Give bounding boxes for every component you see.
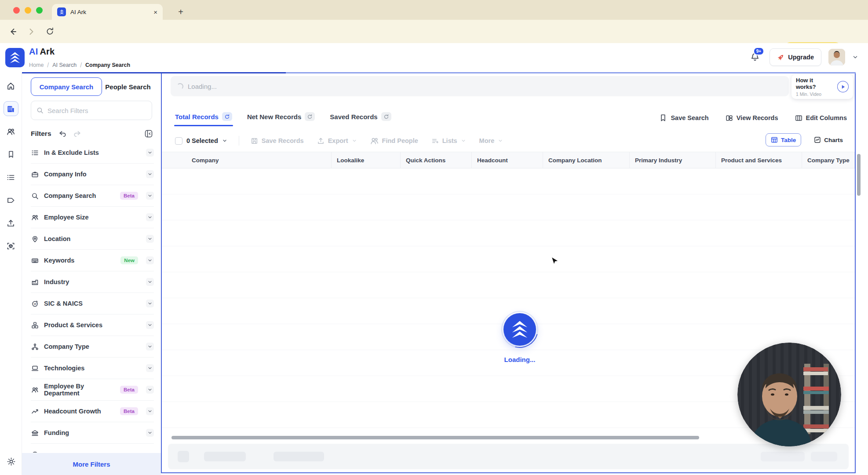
rail-item-list-lines[interactable]: [4, 170, 18, 185]
expand-chevron-icon[interactable]: [146, 321, 154, 329]
breadcrumb-ai-search[interactable]: AI Search: [52, 62, 77, 68]
more-button[interactable]: More: [479, 137, 503, 144]
filter-item-sic-naics[interactable]: 10SIC & NAICS: [31, 293, 154, 314]
filter-item-location[interactable]: Location: [31, 228, 154, 250]
tab-people-search[interactable]: People Search: [102, 83, 154, 91]
expand-chevron-icon[interactable]: [146, 192, 154, 200]
browser-tab[interactable]: AI Ark ×: [52, 4, 163, 20]
expand-chevron-icon[interactable]: [146, 256, 154, 264]
expand-chevron-icon[interactable]: [146, 235, 154, 243]
close-tab-icon[interactable]: ×: [153, 8, 157, 16]
rail-item-upload[interactable]: [4, 216, 18, 230]
filter-item-keywords[interactable]: KeywordsNew: [31, 250, 154, 271]
filter-search-input[interactable]: [47, 107, 146, 114]
selection-control[interactable]: 0 Selected: [175, 137, 227, 145]
app-logo[interactable]: [5, 48, 25, 67]
horizontal-scrollbar[interactable]: [171, 436, 699, 439]
upgrade-button[interactable]: Upgrade: [770, 48, 821, 66]
export-icon: [317, 137, 325, 145]
beta-badge: Beta: [120, 192, 138, 200]
view-records-button[interactable]: View Records: [726, 114, 778, 122]
view-charts-button[interactable]: Charts: [809, 134, 848, 146]
filter-item-employee-size[interactable]: Employee Size: [31, 207, 154, 228]
collapse-sidebar-icon[interactable]: [144, 129, 153, 138]
column-header-quick-actions[interactable]: Quick Actions: [401, 152, 472, 168]
undo-icon[interactable]: [58, 130, 67, 138]
column-header-company[interactable]: Company: [186, 152, 332, 168]
rail-item-company-building[interactable]: [4, 101, 18, 116]
view-table-button[interactable]: Table: [766, 133, 801, 146]
breadcrumb-company-search[interactable]: Company Search: [85, 62, 130, 68]
rail-item-home[interactable]: [4, 78, 18, 93]
breadcrumb-home[interactable]: Home: [29, 62, 44, 68]
tab-saved-records[interactable]: Saved Records: [330, 112, 391, 125]
page-vertical-scrollbar[interactable]: [857, 154, 861, 196]
button-label: Lists: [442, 137, 457, 144]
expand-chevron-icon[interactable]: [146, 343, 154, 351]
company-query-input[interactable]: Loading...: [171, 76, 789, 96]
more-filters-button[interactable]: More Filters: [22, 453, 161, 475]
filter-item-technologies[interactable]: Technologies: [31, 358, 154, 379]
column-header-lookalike[interactable]: Lookalike: [332, 152, 401, 168]
filter-item-company-type[interactable]: Company Type: [31, 336, 154, 358]
settings-gear-icon[interactable]: [4, 454, 18, 469]
lists-button[interactable]: Lists: [431, 137, 466, 145]
edit-columns-button[interactable]: Edit Columns: [795, 114, 847, 122]
expand-chevron-icon[interactable]: [146, 429, 154, 437]
filter-item-in-exclude-lists[interactable]: In & Exclude Lists: [31, 142, 154, 164]
close-window-button[interactable]: [13, 7, 20, 14]
select-all-checkbox[interactable]: [175, 137, 182, 145]
window-controls[interactable]: [13, 7, 43, 14]
account-menu-chevron-icon[interactable]: [852, 54, 858, 60]
column-header-primary-industry[interactable]: Primary Industry: [630, 152, 716, 168]
filter-item-company-search[interactable]: Company SearchBeta: [31, 185, 154, 207]
save-records-button[interactable]: Save Records: [251, 137, 304, 145]
notifications-bell-icon[interactable]: 9+: [748, 50, 762, 65]
how-it-works-card[interactable]: How it works? 1 Min. Video: [791, 74, 853, 99]
tab-company-search[interactable]: Company Search: [31, 77, 102, 96]
back-icon[interactable]: [5, 24, 20, 39]
filter-item-employee-by-department[interactable]: Employee By DepartmentBeta: [31, 379, 154, 401]
reload-icon[interactable]: [42, 24, 57, 39]
filter-item-funding[interactable]: Funding: [31, 422, 154, 444]
column-header-headcount[interactable]: Headcount: [472, 152, 543, 168]
column-header-product-and-services[interactable]: Product and Services: [716, 152, 802, 168]
list-lines-icon: [7, 173, 15, 182]
find-people-button[interactable]: Find People: [370, 137, 418, 145]
expand-chevron-icon[interactable]: [146, 149, 154, 157]
rail-item-bookmark[interactable]: [4, 147, 18, 162]
maximize-window-button[interactable]: [36, 7, 43, 14]
briefcase-icon: [31, 171, 39, 178]
expand-chevron-icon[interactable]: [146, 386, 154, 394]
filter-item-partial[interactable]: [31, 444, 154, 453]
forward-icon[interactable]: [24, 24, 39, 39]
expand-chevron-icon[interactable]: [146, 170, 154, 178]
save-search-button[interactable]: Save Search: [659, 114, 708, 122]
in-exclude-icon: [31, 149, 39, 157]
filter-item-industry[interactable]: Industry: [31, 271, 154, 293]
expand-chevron-icon[interactable]: [146, 407, 154, 415]
tab-net-new-records[interactable]: Net New Records: [247, 112, 315, 125]
filter-item-headcount-growth[interactable]: Headcount GrowthBeta: [31, 401, 154, 422]
rail-item-people[interactable]: [4, 124, 18, 139]
filter-item-product-services[interactable]: Product & Services: [31, 314, 154, 336]
filter-item-company-info[interactable]: Company Info: [31, 164, 154, 185]
select-column-header: [162, 152, 186, 168]
rail-item-tag[interactable]: [4, 193, 18, 208]
minimize-window-button[interactable]: [25, 7, 31, 14]
expand-chevron-icon[interactable]: [146, 213, 154, 221]
export-button[interactable]: Export: [317, 137, 357, 145]
tab-total-records[interactable]: Total Records: [175, 112, 232, 125]
user-avatar[interactable]: [828, 49, 845, 66]
play-video-icon[interactable]: [837, 81, 849, 92]
filter-search-box[interactable]: [31, 101, 152, 120]
column-header-company-location[interactable]: Company Location: [543, 152, 630, 168]
rail-item-cube-scan[interactable]: [4, 238, 18, 253]
new-tab-button[interactable]: +: [174, 5, 187, 18]
expand-chevron-icon[interactable]: [146, 364, 154, 372]
expand-chevron-icon[interactable]: [146, 278, 154, 286]
column-header-company-type[interactable]: Company Type: [802, 152, 855, 168]
selection-chevron-icon[interactable]: [222, 138, 227, 143]
expand-chevron-icon[interactable]: [146, 300, 154, 307]
redo-icon[interactable]: [73, 130, 81, 138]
